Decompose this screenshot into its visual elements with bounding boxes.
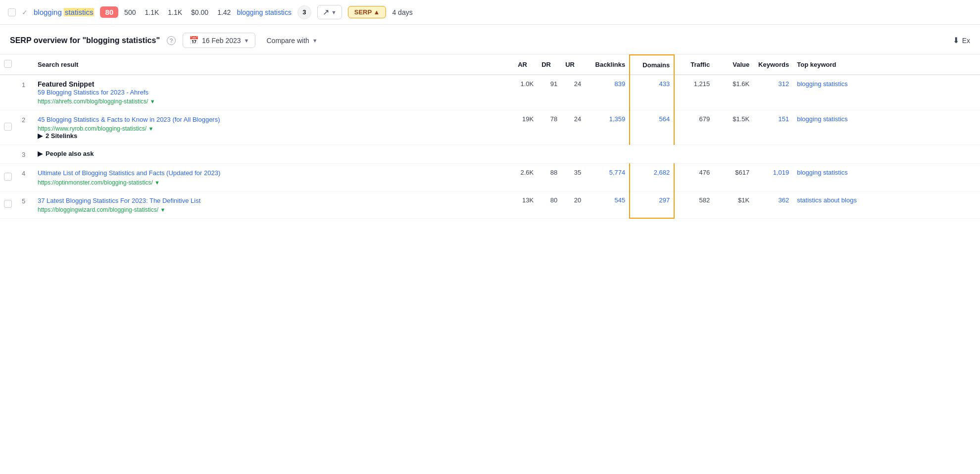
row4-traffic: 476 [674,164,714,191]
col-header-traffic: Traffic [674,55,714,75]
top-bar: ✓ blogging statistics 80 500 1.1K 1.1K $… [0,0,980,25]
top-bar-keyword2: blogging statistics [237,8,292,16]
row2-result: 45 Blogging Statistics & Facts to Know i… [34,110,514,145]
row4-num: 4 [18,164,34,191]
people-also-ask-row[interactable]: ▶ People also ask [38,150,976,157]
row1-value: $1.6K [714,75,753,110]
col-header-dr: DR [538,55,561,75]
row5-url[interactable]: https://bloggingwizard.com/blogging-stat… [38,206,510,213]
row5-backlinks: 545 [585,191,630,218]
row1-num: 1 [18,75,34,110]
row1-url[interactable]: https://ahrefs.com/blog/blogging-statist… [38,98,510,105]
compare-with-button[interactable]: Compare with ▼ [262,34,321,47]
date-picker-button[interactable]: 📅 16 Feb 2023 ▼ [183,33,256,48]
col-header-top-keyword: Top keyword [793,55,980,75]
col-header-ar: AR [514,55,538,75]
sitelinks-caret-icon: ▶ [38,132,43,140]
chevron-down-icon: ▼ [331,9,337,15]
row4-result: Ultimate List of Blogging Statistics and… [34,164,514,191]
people-ask-label: People also ask [46,150,94,157]
header-checkbox[interactable] [4,60,12,68]
row4-top-keyword: blogging statistics [793,164,980,191]
row2-url[interactable]: https://www.ryrob.com/blogging-statistic… [38,125,510,132]
table-row: 2 45 Blogging Statistics & Facts to Know… [0,110,980,145]
top-bar-stats: 500 1.1K 1.1K $0.00 1.42 [124,8,231,16]
col-header-num [18,55,34,75]
row2-traffic: 679 [674,110,714,145]
serp-header: SERP overview for "blogging statistics" … [0,25,980,54]
table-row: 4 Ultimate List of Blogging Statistics a… [0,164,980,191]
row5-dropdown-arrow: ▼ [160,207,165,213]
row1-top-keyword: blogging statistics [793,75,980,110]
row4-dr: 88 [538,164,561,191]
col-header-search-result: Search result [34,55,514,75]
row1-ar: 1.0K [514,75,538,110]
row2-sitelinks: ▶ 2 Sitelinks [38,132,510,140]
people-ask-caret-icon: ▶ [38,150,43,157]
stat-dollar: $0.00 [191,8,208,16]
row2-dropdown-arrow: ▼ [148,126,153,132]
calendar-icon: 📅 [189,36,199,45]
row4-value: $617 [714,164,753,191]
row4-checkbox[interactable] [4,173,12,181]
row1-keywords: 312 [753,75,793,110]
row2-backlinks: 1,359 [585,110,630,145]
row4-domains: 2,682 [630,164,674,191]
col-header-value: Value [714,55,753,75]
stat-s2: 1.1K [145,8,159,16]
stat-s1: 500 [124,8,136,16]
row5-value: $1K [714,191,753,218]
row1-traffic: 1,215 [674,75,714,110]
row5-num: 5 [18,191,34,218]
download-icon: ⬇ [953,36,959,45]
compare-chevron-icon: ▼ [312,38,318,44]
col-header-domains: Domains [630,55,674,75]
row4-url[interactable]: https://optinmonster.com/blogging-statis… [38,179,510,186]
date-chevron-icon: ▼ [244,38,249,44]
row1-dropdown-arrow: ▼ [150,98,155,104]
keyword-highlight: statistics [64,8,95,16]
row2-domains: 564 [630,110,674,145]
sitelinks-label: 2 Sitelinks [46,132,77,140]
row1-title[interactable]: 59 Blogging Statistics for 2023 - Ahrefs [38,88,510,97]
row2-ar: 19K [514,110,538,145]
row5-checkbox[interactable] [4,200,12,208]
row5-ur: 20 [561,191,585,218]
row2-value: $1.5K [714,110,753,145]
top-bar-checkbox[interactable] [8,8,16,16]
serp-table: Search result AR DR UR Backlinks Domains… [0,54,980,219]
row5-result: 37 Latest Blogging Statistics For 2023: … [34,191,514,218]
export-button[interactable]: ⬇ Ex [953,36,970,45]
row3-checkbox-cell [0,145,18,164]
trend-button[interactable]: ↗ ▼ [317,5,342,19]
row2-title[interactable]: 45 Blogging Statistics & Facts to Know i… [38,115,510,124]
checkmark-icon: ✓ [22,8,28,16]
stat-s3: 1.1K [168,8,182,16]
row2-ur: 24 [561,110,585,145]
serp-button[interactable]: SERP ▲ [348,6,387,18]
row4-checkbox-cell [0,164,18,191]
col-header-checkbox [0,55,18,75]
help-icon[interactable]: ? [167,36,176,45]
table-row: 5 37 Latest Blogging Statistics For 2023… [0,191,980,218]
stat-ratio: 1.42 [217,8,231,16]
row4-ur: 35 [561,164,585,191]
featured-snippet-label: Featured Snippet [38,80,510,88]
row5-traffic: 582 [674,191,714,218]
row4-title[interactable]: Ultimate List of Blogging Statistics and… [38,169,510,178]
serp-table-container: Search result AR DR UR Backlinks Domains… [0,54,980,219]
row1-domains: 433 [630,75,674,110]
row3-num: 3 [18,145,34,164]
row2-checkbox[interactable] [4,123,12,131]
row2-dr: 78 [538,110,561,145]
row5-keywords: 362 [753,191,793,218]
row1-checkbox-cell [0,75,18,110]
row2-keywords: 151 [753,110,793,145]
row5-top-keyword: statistics about blogs [793,191,980,218]
score-badge: 80 [100,6,118,18]
trend-icon: ↗ [323,7,329,17]
export-label: Ex [962,37,970,45]
row5-title[interactable]: 37 Latest Blogging Statistics For 2023: … [38,196,510,205]
row2-top-keyword: blogging statistics [793,110,980,145]
row4-keywords: 1,019 [753,164,793,191]
